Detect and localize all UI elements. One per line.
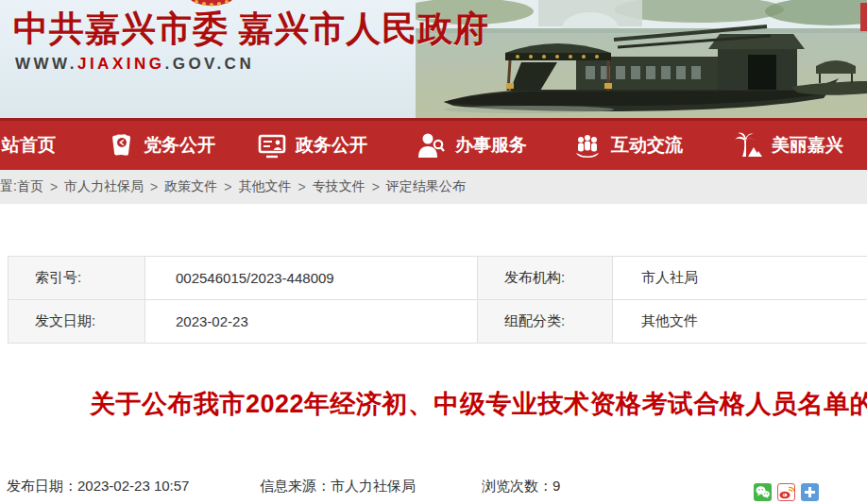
weibo-share-icon[interactable]: [777, 483, 795, 501]
url-www: WWW.: [15, 55, 77, 73]
view-count-value: 9: [552, 478, 560, 494]
nav-item-services[interactable]: 办事服务: [416, 121, 527, 170]
publish-date-value: 2023-02-23 10:57: [77, 478, 189, 494]
issuing-agency-label: 发布机构:: [478, 257, 613, 300]
nav-label: 美丽嘉兴: [772, 133, 843, 158]
breadcrumb-separator: >: [50, 179, 58, 194]
info-source-value: 市人力社保局: [331, 478, 416, 494]
breadcrumb-current: 评定结果公布: [386, 178, 466, 195]
breadcrumb-home[interactable]: 置:首页: [0, 178, 43, 195]
people-group-icon: [572, 131, 603, 160]
index-number-label: 索引号:: [8, 257, 145, 300]
share-bar: [754, 483, 819, 501]
site-logo-title[interactable]: 中共嘉兴市委 嘉兴市人民政府: [13, 6, 489, 53]
url-suffix: .GOV.CN: [164, 55, 254, 73]
wechat-share-icon[interactable]: [754, 483, 772, 501]
article-title: 关于公布我市2022年经济初、中级专业技术资格考试合格人员名单的通知: [90, 387, 867, 421]
category-value: 其他文件: [613, 300, 867, 344]
table-row: 索引号: 002546015/2023-448009 发布机构: 市人社局: [8, 257, 867, 300]
nav-item-interaction[interactable]: 互动交流: [572, 121, 683, 170]
nav-label: 办事服务: [455, 133, 527, 158]
nav-item-party-affairs[interactable]: 党务公开: [107, 121, 215, 170]
nav-label: 政务公开: [296, 133, 367, 158]
nav-item-gov-affairs[interactable]: 政务公开: [257, 121, 367, 170]
breadcrumb-separator: >: [298, 179, 305, 194]
issue-date-value: 2023-02-23: [145, 300, 478, 344]
palm-tree-icon: [733, 131, 763, 160]
page: 中共嘉兴市委 嘉兴市人民政府 WWW.JIAXING.GOV.CN 站首页 党务…: [0, 0, 867, 504]
main-nav: 站首页 党务公开: [0, 118, 867, 170]
article-meta: 发布日期：2023-02-23 10:57 信息来源：市人力社保局 浏览次数：9: [0, 476, 867, 498]
breadcrumb-other-files[interactable]: 其他文件: [238, 178, 291, 195]
party-book-icon: [107, 131, 135, 160]
info-source-label: 信息来源：: [260, 478, 331, 494]
breadcrumb-separator: >: [372, 179, 380, 194]
share-more-icon[interactable]: [801, 483, 819, 501]
nav-item-home[interactable]: 站首页: [2, 121, 56, 170]
nav-label: 互动交流: [611, 133, 683, 158]
breadcrumb-separator: >: [224, 179, 231, 194]
category-label: 组配分类:: [478, 300, 613, 344]
view-count: 浏览次数：9: [482, 478, 560, 496]
info-source: 信息来源：市人力社保局: [260, 478, 416, 496]
nav-item-beautiful-jiaxing[interactable]: 美丽嘉兴: [733, 121, 843, 170]
view-count-label: 浏览次数：: [482, 478, 552, 494]
person-search-icon: [416, 131, 447, 160]
site-url: WWW.JIAXING.GOV.CN: [15, 55, 254, 74]
gov-card-icon: [257, 131, 287, 160]
nav-label: 站首页: [2, 133, 56, 158]
document-info-table: 索引号: 002546015/2023-448009 发布机构: 市人社局 发文…: [8, 256, 867, 344]
publish-date: 发布日期：2023-02-23 10:57: [7, 478, 189, 496]
index-number-value: 002546015/2023-448009: [145, 257, 478, 300]
table-row: 发文日期: 2023-02-23 组配分类: 其他文件: [8, 300, 867, 344]
breadcrumb-separator: >: [150, 179, 158, 194]
breadcrumb-policy-files[interactable]: 政策文件: [164, 178, 217, 195]
nav-label: 党务公开: [144, 133, 215, 158]
publish-date-label: 发布日期：: [7, 478, 77, 494]
issue-date-label: 发文日期:: [8, 300, 145, 344]
issuing-agency-value: 市人社局: [613, 257, 867, 300]
url-domain: JIAXING: [77, 55, 165, 73]
breadcrumb: 置:首页 > 市人力社保局 > 政策文件 > 其他文件 > 专技文件 > 评定结…: [0, 170, 867, 204]
site-header: 中共嘉兴市委 嘉兴市人民政府 WWW.JIAXING.GOV.CN: [0, 0, 867, 118]
breadcrumb-bureau[interactable]: 市人力社保局: [64, 178, 144, 195]
breadcrumb-zhuanji-files[interactable]: 专技文件: [313, 178, 366, 195]
